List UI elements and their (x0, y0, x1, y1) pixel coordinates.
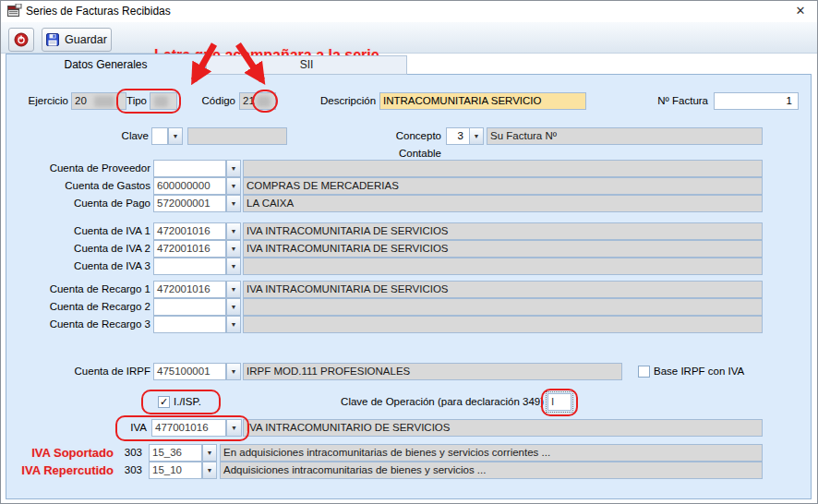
cuenta-iva3-dropdown-button[interactable]: ▼ (226, 258, 241, 275)
tab-datos-generales[interactable]: Datos Generales (6, 54, 206, 76)
cuenta-iva1-label: Cuenta de IVA 1 (19, 222, 150, 240)
cuenta-recargo1-label: Cuenta de Recargo 1 (19, 281, 150, 298)
cuenta-recargo3-dropdown-button[interactable]: ▼ (226, 316, 241, 333)
descripcion-label: Descripción (320, 92, 374, 110)
close-icon[interactable]: ✕ (792, 3, 809, 19)
save-icon (46, 33, 59, 46)
cuenta-iva1-field[interactable]: 472001016 (153, 222, 226, 240)
iva-dropdown-button[interactable]: ▼ (226, 419, 242, 437)
cuenta-pago-field[interactable]: 572000001 (153, 195, 226, 212)
cuenta-iva2-label: Cuenta de IVA 2 (19, 240, 150, 258)
dropdown-icon: ▼ (231, 263, 237, 270)
redacted-text (154, 96, 168, 107)
codigo-label: Código (197, 92, 235, 110)
iisp-checkbox[interactable]: ✓ (158, 396, 170, 408)
cuenta-proveedor-desc (243, 160, 763, 177)
cuenta-iva2-desc: IVA INTRACOMUNITARIA DE SERVICIOS (243, 240, 763, 258)
cuenta-recargo2-dropdown-button[interactable]: ▼ (226, 298, 241, 316)
concepto-desc-field: Su Factura Nº (487, 127, 763, 145)
cuenta-pago-dropdown-button[interactable]: ▼ (226, 195, 241, 212)
concepto-dropdown-button[interactable]: ▼ (469, 127, 484, 145)
cuenta-iva3-desc (243, 258, 763, 275)
cuenta-recargo1-field[interactable]: 472001016 (153, 281, 226, 298)
cuenta-irpf-desc: IRPF MOD.111 PROFESIONALES (243, 363, 622, 380)
num-factura-label: Nº Factura (653, 92, 708, 110)
cuenta-irpf-label: Cuenta de IRPF (19, 363, 150, 380)
iva-soportado-model: 303 (122, 444, 142, 462)
iva-field[interactable]: 477001016 (151, 419, 226, 437)
cuenta-gastos-desc: COMPRAS DE MERCADERIAS (243, 177, 763, 195)
ejercicio-value: 20 (75, 95, 87, 106)
dropdown-icon: ▼ (231, 200, 237, 207)
dropdown-icon: ▼ (207, 467, 213, 474)
cuenta-recargo2-desc (243, 298, 763, 316)
app-icon (6, 4, 22, 19)
cuenta-proveedor-field[interactable] (153, 160, 226, 177)
iva-soportado-dropdown-button[interactable]: ▼ (202, 444, 217, 462)
dropdown-icon: ▼ (231, 228, 237, 234)
cuenta-proveedor-dropdown-button[interactable]: ▼ (226, 160, 241, 177)
descripcion-field[interactable]: INTRACOMUNITARIA SERVICIO (379, 92, 586, 110)
cuenta-irpf-dropdown-button[interactable]: ▼ (226, 363, 241, 380)
save-button[interactable]: Guardar (42, 28, 112, 52)
cuenta-iva3-field[interactable] (153, 258, 226, 275)
exit-button[interactable] (8, 28, 34, 52)
cuenta-proveedor-label: Cuenta de Proveedor (19, 160, 150, 177)
concepto-contable-label: Concepto Contable (352, 127, 441, 145)
clave-field[interactable] (151, 127, 168, 145)
dropdown-icon: ▼ (231, 183, 237, 189)
iva-repercutido-model: 303 (122, 462, 142, 479)
dropdown-icon: ▼ (231, 368, 237, 375)
dialog-series-facturas: Series de Facturas Recibidas ✕ Guardar (0, 0, 818, 504)
cuenta-iva1-dropdown-button[interactable]: ▼ (226, 222, 241, 240)
cuenta-recargo1-dropdown-button[interactable]: ▼ (226, 281, 241, 298)
dropdown-icon: ▼ (231, 304, 237, 310)
window-title: Series de Facturas Recibidas (26, 5, 171, 18)
cuenta-iva2-dropdown-button[interactable]: ▼ (226, 240, 241, 258)
dropdown-icon: ▼ (231, 321, 237, 328)
check-icon: ✓ (160, 396, 168, 407)
cuenta-recargo3-desc (243, 316, 763, 333)
iva-repercutido-dropdown-button[interactable]: ▼ (202, 462, 217, 479)
dropdown-icon: ▼ (474, 133, 480, 139)
concepto-contable-field[interactable]: 3 (446, 127, 470, 145)
base-irpf-checkbox[interactable] (638, 366, 650, 378)
cuenta-recargo2-field[interactable] (153, 298, 226, 316)
toolbar: Guardar Letra que acompañara a la serie (1, 22, 817, 54)
dropdown-icon: ▼ (231, 425, 237, 431)
cuenta-recargo2-label: Cuenta de Recargo 2 (19, 298, 150, 316)
tipo-field[interactable] (150, 92, 177, 110)
cuenta-gastos-field[interactable]: 600000000 (153, 177, 226, 195)
redacted-text (257, 96, 271, 107)
cuenta-gastos-dropdown-button[interactable]: ▼ (226, 177, 241, 195)
clave-operacion-field[interactable]: I (547, 393, 571, 411)
iva-repercutido-annotation: IVA Repercutido (16, 463, 114, 477)
clave-dropdown-button[interactable]: ▼ (168, 127, 183, 145)
dropdown-icon: ▼ (231, 165, 237, 172)
iva-repercutido-field[interactable]: 15_10 (149, 462, 202, 479)
iva-label: IVA (19, 419, 147, 437)
iva-desc: IVA INTRACOMUNITARIO DE SERVICIOS (243, 419, 763, 437)
ejercicio-label: Ejercicio (27, 92, 68, 110)
dropdown-icon: ▼ (207, 450, 213, 456)
ejercicio-field[interactable]: 20 (71, 92, 126, 110)
dropdown-icon: ▼ (173, 133, 179, 139)
redacted-text (94, 96, 114, 107)
cuenta-iva2-field[interactable]: 472001016 (153, 240, 226, 258)
tab-sii[interactable]: SII (206, 55, 407, 75)
title-bar: Series de Facturas Recibidas ✕ (1, 1, 817, 22)
cuenta-irpf-field[interactable]: 475100001 (153, 363, 226, 380)
cuenta-recargo3-field[interactable] (153, 316, 226, 333)
save-button-label: Guardar (65, 33, 107, 46)
base-irpf-label: Base IRPF con IVA (654, 363, 755, 380)
cuenta-recargo1-desc: IVA INTRACOMUNITARIA DE SERVICIOS (243, 281, 763, 298)
cuenta-pago-label: Cuenta de Pago (19, 195, 150, 212)
num-factura-field[interactable]: 1 (714, 92, 799, 110)
cuenta-iva3-label: Cuenta de IVA 3 (19, 258, 150, 275)
tipo-label: Tipo (121, 92, 147, 110)
iva-repercutido-desc: Adquisiciones intracomunitarias de biene… (220, 462, 763, 479)
cuenta-iva1-desc: IVA INTRACOMUNITARIA DE SERVICIOS (243, 222, 763, 240)
cuenta-gastos-label: Cuenta de Gastos (19, 177, 150, 195)
iva-soportado-field[interactable]: 15_36 (149, 444, 202, 462)
codigo-field[interactable]: 21 (239, 92, 276, 110)
